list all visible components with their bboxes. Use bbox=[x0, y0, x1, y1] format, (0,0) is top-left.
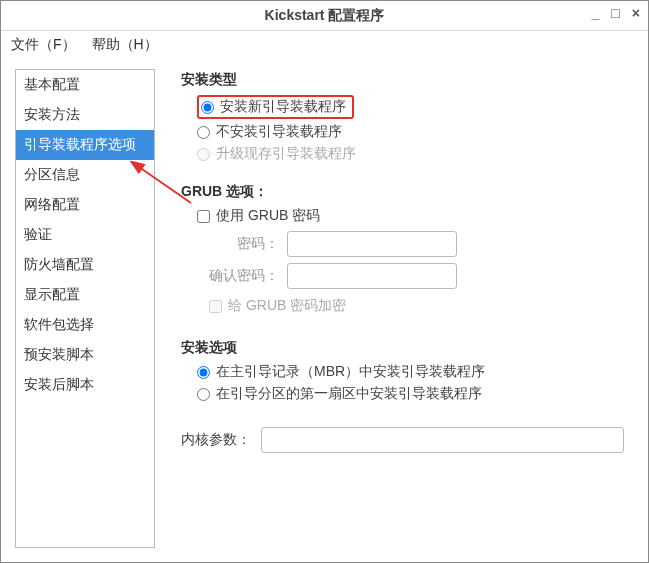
sidebar-item-postinstall[interactable]: 安装后脚本 bbox=[16, 370, 154, 400]
kernel-params-label: 内核参数： bbox=[181, 431, 251, 449]
grub-section: GRUB 选项： 使用 GRUB 密码 密码： 确认密码： 给 GRUB 密码加… bbox=[181, 183, 624, 315]
window-title: Kickstart 配置程序 bbox=[265, 7, 385, 25]
kernel-params-input[interactable] bbox=[261, 427, 624, 453]
checkbox-encrypt-grub bbox=[209, 300, 222, 313]
kernel-params-row: 内核参数： bbox=[181, 427, 624, 453]
main-panel: 安装类型 安装新引导装载程序 不安装引导装载程序 升级现存引导装载程序 bbox=[171, 69, 634, 548]
sidebar-item-install-method[interactable]: 安装方法 bbox=[16, 100, 154, 130]
checkbox-encrypt-grub-label: 给 GRUB 密码加密 bbox=[228, 297, 346, 315]
titlebar: Kickstart 配置程序 _ □ × bbox=[1, 1, 648, 31]
main-window: Kickstart 配置程序 _ □ × 文件（F） 帮助（H） 基本配置 安装… bbox=[0, 0, 649, 563]
checkbox-grub-password[interactable] bbox=[197, 210, 210, 223]
sidebar-item-auth[interactable]: 验证 bbox=[16, 220, 154, 250]
grub-title: GRUB 选项： bbox=[181, 183, 624, 201]
install-type-section: 安装类型 安装新引导装载程序 不安装引导装载程序 升级现存引导装载程序 bbox=[181, 71, 624, 163]
install-options-section: 安装选项 在主引导记录（MBR）中安装引导装载程序 在引导分区的第一扇区中安装引… bbox=[181, 339, 624, 403]
install-options-title: 安装选项 bbox=[181, 339, 624, 357]
radio-mbr[interactable] bbox=[197, 366, 210, 379]
password-input bbox=[287, 231, 457, 257]
radio-install-upgrade bbox=[197, 148, 210, 161]
minimize-button[interactable]: _ bbox=[592, 5, 600, 21]
highlight-annotation: 安装新引导装载程序 bbox=[197, 95, 354, 119]
sidebar-item-firewall[interactable]: 防火墙配置 bbox=[16, 250, 154, 280]
install-type-title: 安装类型 bbox=[181, 71, 624, 89]
maximize-button[interactable]: □ bbox=[611, 5, 619, 21]
sidebar-item-bootloader[interactable]: 引导装载程序选项 bbox=[16, 130, 154, 160]
sidebar-item-display[interactable]: 显示配置 bbox=[16, 280, 154, 310]
password-label: 密码： bbox=[209, 235, 279, 253]
menubar: 文件（F） 帮助（H） bbox=[1, 31, 648, 59]
close-button[interactable]: × bbox=[632, 5, 640, 21]
checkbox-grub-password-label: 使用 GRUB 密码 bbox=[216, 207, 320, 225]
radio-install-upgrade-label: 升级现存引导装载程序 bbox=[216, 145, 356, 163]
sidebar-item-basic[interactable]: 基本配置 bbox=[16, 70, 154, 100]
radio-install-new[interactable] bbox=[201, 101, 214, 114]
sidebar-item-preinstall[interactable]: 预安装脚本 bbox=[16, 340, 154, 370]
menu-help[interactable]: 帮助（H） bbox=[92, 36, 158, 54]
radio-first-sector[interactable] bbox=[197, 388, 210, 401]
sidebar-item-network[interactable]: 网络配置 bbox=[16, 190, 154, 220]
radio-install-none[interactable] bbox=[197, 126, 210, 139]
sidebar-item-partition[interactable]: 分区信息 bbox=[16, 160, 154, 190]
radio-install-new-label: 安装新引导装载程序 bbox=[220, 98, 346, 116]
confirm-password-input bbox=[287, 263, 457, 289]
radio-install-none-label: 不安装引导装载程序 bbox=[216, 123, 342, 141]
sidebar-item-packages[interactable]: 软件包选择 bbox=[16, 310, 154, 340]
sidebar: 基本配置 安装方法 引导装载程序选项 分区信息 网络配置 验证 防火墙配置 显示… bbox=[15, 69, 155, 548]
menu-file[interactable]: 文件（F） bbox=[11, 36, 76, 54]
radio-first-sector-label: 在引导分区的第一扇区中安装引导装载程序 bbox=[216, 385, 482, 403]
radio-mbr-label: 在主引导记录（MBR）中安装引导装载程序 bbox=[216, 363, 485, 381]
confirm-password-label: 确认密码： bbox=[209, 267, 279, 285]
